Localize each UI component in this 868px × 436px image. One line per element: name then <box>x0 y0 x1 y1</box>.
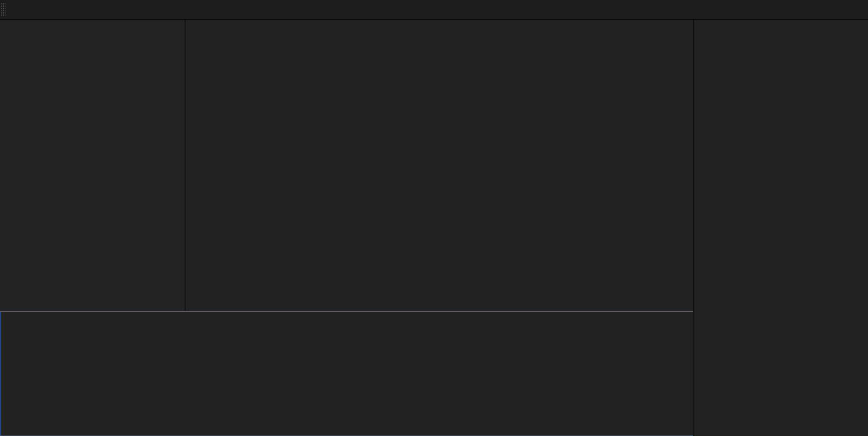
top-toolbar <box>0 0 868 19</box>
toolbar-grip[interactable] <box>1 3 5 16</box>
project-panel <box>0 20 185 311</box>
timeline-panel <box>0 311 693 436</box>
composition-panel <box>186 20 693 311</box>
right-rail <box>694 20 868 436</box>
after-effects-window <box>0 0 868 436</box>
